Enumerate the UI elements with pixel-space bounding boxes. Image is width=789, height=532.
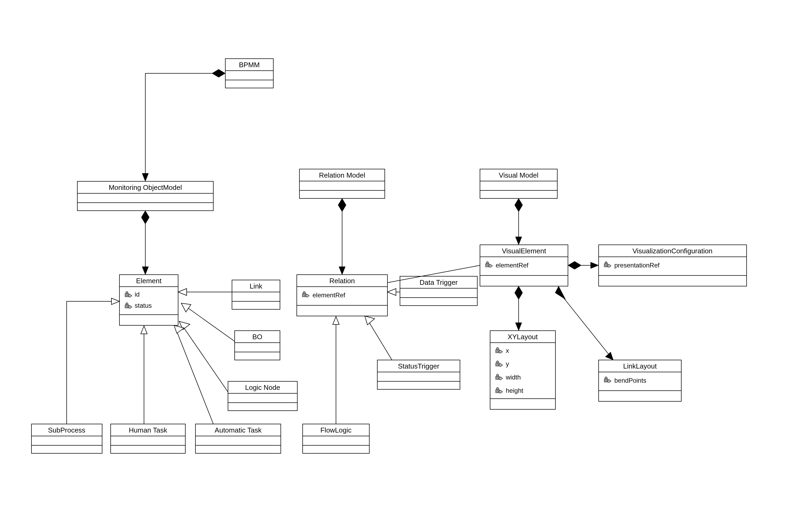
class-name: SubProcess — [48, 426, 85, 434]
class-status-trigger: StatusTrigger — [377, 360, 460, 390]
attr-label: id — [135, 291, 140, 298]
class-name: Automatic Task — [215, 426, 262, 434]
class-name: BO — [252, 333, 262, 341]
class-visualization-configuration: VisualizationConfiguration presentationR… — [599, 245, 747, 286]
svg-marker-77 — [387, 288, 396, 296]
attr-label: status — [135, 302, 152, 309]
svg-marker-66 — [591, 262, 599, 268]
svg-marker-59 — [141, 211, 149, 224]
class-name: StatusTrigger — [398, 362, 439, 370]
svg-marker-69 — [555, 286, 565, 300]
class-name: VisualElement — [502, 247, 546, 255]
class-name: Relation — [329, 277, 354, 285]
svg-marker-68 — [515, 323, 522, 331]
svg-marker-75 — [141, 326, 147, 334]
svg-marker-64 — [515, 237, 522, 245]
svg-marker-61 — [338, 198, 346, 212]
edge-datatrigger-relation — [387, 288, 400, 296]
class-name: LinkLayout — [623, 362, 657, 370]
class-relation-model: Relation Model — [300, 169, 385, 198]
class-name: Visual Model — [499, 171, 538, 179]
class-name: Monitoring ObjectModel — [109, 184, 182, 191]
edge-statustrigger-relation — [365, 316, 392, 360]
attr-label: elementRef — [496, 262, 528, 269]
class-name: Data Trigger — [419, 279, 458, 286]
uml-class-diagram: BPMM Monitoring ObjectModel Relation Mod… — [0, 0, 789, 532]
svg-marker-62 — [339, 267, 345, 275]
class-bpmm: BPMM — [225, 59, 273, 88]
class-bo: BO — [235, 331, 280, 360]
attr-label: elementRef — [312, 291, 345, 299]
svg-marker-58 — [142, 173, 149, 181]
svg-marker-72 — [181, 303, 191, 312]
class-element: Element id status — [119, 275, 178, 325]
svg-marker-65 — [568, 261, 581, 269]
svg-marker-71 — [178, 288, 187, 296]
edge-humantask-element — [141, 326, 147, 424]
edge-bpmm-monitoring — [142, 69, 225, 181]
edge-flowlogic-relation — [333, 317, 339, 424]
edge-visualelement-linklayout — [555, 286, 613, 360]
class-name: Relation Model — [319, 171, 365, 179]
class-link: Link — [232, 280, 280, 309]
attr-label: y — [506, 360, 509, 367]
class-visual-model: Visual Model — [480, 169, 557, 198]
svg-marker-79 — [333, 317, 339, 325]
svg-marker-57 — [212, 69, 225, 77]
edge-automatictask-element — [174, 325, 213, 424]
attr-label: presentationRef — [614, 262, 660, 269]
class-name: XYLayout — [508, 333, 538, 341]
svg-marker-76 — [112, 298, 119, 305]
class-monitoring-objectmodel: Monitoring ObjectModel — [77, 181, 213, 211]
class-name: Human Task — [129, 426, 168, 434]
class-name: Link — [250, 282, 263, 290]
svg-marker-60 — [142, 267, 149, 275]
class-name: FlowLogic — [320, 426, 351, 434]
edge-monitoring-element — [141, 211, 149, 275]
attr-label: height — [506, 387, 523, 394]
class-flow-logic: FlowLogic — [303, 424, 369, 453]
class-logic-node: Logic Node — [228, 381, 297, 411]
class-automatic-task: Automatic Task — [195, 424, 281, 453]
class-visual-element: VisualElement elementRef — [480, 245, 568, 286]
edge-subprocess-element — [67, 298, 119, 424]
class-relation: Relation elementRef — [297, 275, 387, 316]
edge-relationmodel-relation — [338, 198, 346, 275]
class-human-task: Human Task — [111, 424, 185, 453]
class-name: Logic Node — [245, 383, 280, 392]
edge-visualelement-visconfig — [568, 261, 599, 269]
class-subprocess: SubProcess — [32, 424, 102, 453]
attr-label: bendPoints — [614, 377, 646, 384]
svg-marker-67 — [515, 286, 523, 300]
class-data-trigger: Data Trigger — [400, 276, 477, 306]
edge-visualelement-xylayout — [515, 286, 523, 331]
svg-marker-70 — [605, 352, 613, 360]
svg-marker-63 — [515, 198, 523, 212]
class-name: BPMM — [239, 61, 260, 69]
attr-label: x — [506, 347, 509, 354]
class-xy-layout: XYLayout x y width height — [490, 331, 555, 409]
edge-visualmodel-visualelement — [515, 198, 523, 245]
edge-link-element — [178, 288, 232, 296]
class-name: Element — [136, 277, 161, 285]
class-link-layout: LinkLayout bendPoints — [599, 360, 681, 401]
attr-label: width — [505, 374, 521, 381]
class-name: VisualizationConfiguration — [633, 247, 712, 255]
